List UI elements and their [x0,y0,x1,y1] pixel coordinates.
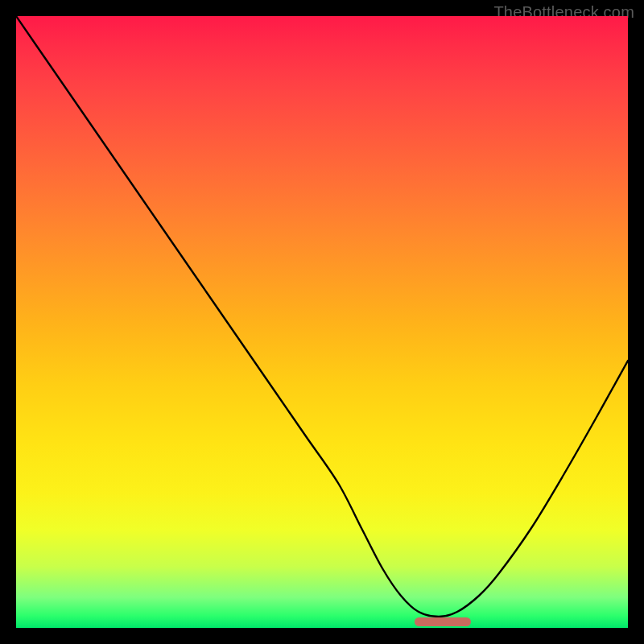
chart-container: TheBottleneck.com [0,0,644,644]
bottleneck-curve [16,16,628,617]
trough-marker [415,617,471,626]
curve-svg [16,16,628,628]
